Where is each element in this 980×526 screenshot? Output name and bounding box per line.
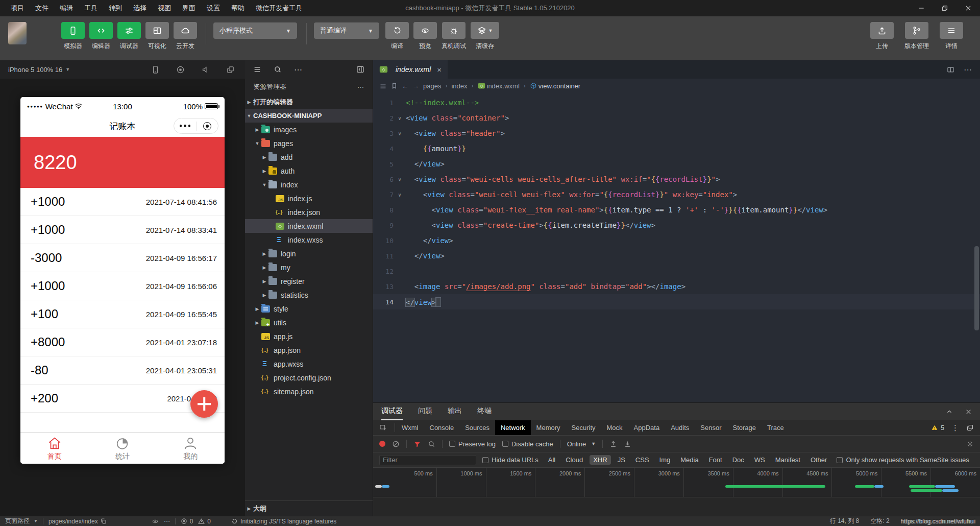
tree-item-add[interactable]: ▶add (245, 150, 373, 164)
type-filter-JS[interactable]: JS (614, 455, 629, 465)
record-icon[interactable] (176, 65, 185, 74)
panel-tab-问题[interactable]: 问题 (418, 403, 432, 420)
record-row[interactable]: -802021-04-01 23:05:31 (20, 356, 225, 385)
type-filter-Manifest[interactable]: Manifest (772, 455, 804, 465)
type-filter-XHR[interactable]: XHR (590, 455, 610, 465)
close-icon[interactable] (957, 0, 980, 16)
page-path-selector[interactable]: 页面路径 ▼ (5, 517, 38, 525)
request-waterfall-bar[interactable] (942, 489, 959, 492)
menu-item[interactable]: 选择 (128, 0, 152, 16)
errors-counter[interactable]: 0 (181, 518, 193, 525)
record-row[interactable]: +10002021-07-14 08:41:56 (20, 188, 225, 216)
menu-item[interactable]: 项目 (5, 0, 30, 16)
tree-item-project.config.json[interactable]: project.config.json (245, 371, 373, 385)
request-waterfall-bar[interactable] (911, 489, 942, 492)
scrollbar-thumb[interactable] (974, 246, 979, 330)
hide-data-urls-checkbox[interactable]: Hide data URLs (482, 456, 538, 464)
record-row[interactable]: +1002021-04-09 16:55:45 (20, 300, 225, 328)
tree-item-images[interactable]: ▶images (245, 123, 373, 136)
tree-item-app.wxss[interactable]: app.wxss (245, 357, 373, 371)
phone-icon[interactable] (61, 22, 85, 39)
preview-eye-icon[interactable] (152, 518, 159, 524)
type-filter-Other[interactable]: Other (807, 455, 831, 465)
outline-section[interactable]: ▶ 大纲 (245, 500, 373, 516)
code-editor[interactable]: 1<!--index.wxml-->2∨<view class="contain… (373, 93, 980, 402)
tree-item-app.json[interactable]: app.json (245, 343, 373, 357)
code-line[interactable]: 11 </view> (373, 248, 980, 264)
tree-item-utils[interactable]: ▶utils (245, 316, 373, 329)
import-har-icon[interactable] (609, 440, 617, 448)
minimize-icon[interactable] (910, 0, 933, 16)
cloud-icon[interactable] (174, 22, 197, 39)
menu-item[interactable]: 文件 (30, 0, 54, 16)
record-row[interactable]: +80002021-04-01 23:07:18 (20, 328, 225, 356)
file-list-icon[interactable] (253, 65, 261, 74)
close-tab-icon[interactable]: × (437, 65, 442, 74)
type-filter-Img[interactable]: Img (656, 455, 674, 465)
tab-index-wxml[interactable]: index.wxml × (373, 60, 448, 79)
dock-side-icon[interactable] (966, 424, 974, 432)
code-line[interactable]: 2∨<view class="container"> (373, 110, 980, 126)
code-line[interactable]: 1<!--index.wxml--> (373, 95, 980, 110)
preserve-log-checkbox[interactable]: Preserve log (449, 440, 496, 448)
devtools-tab-AppData[interactable]: AppData (628, 420, 666, 435)
tree-item-statistics[interactable]: ▶statistics (245, 288, 373, 302)
record-row[interactable]: +10002021-04-09 16:56:06 (20, 272, 225, 300)
samesite-checkbox[interactable]: Only show requests with SameSite issues (837, 456, 969, 464)
warnings-counter[interactable]: 0 (198, 518, 211, 525)
code-line[interactable]: 12 (373, 264, 980, 279)
bug-icon[interactable] (442, 22, 465, 39)
panel-tab-输出[interactable]: 输出 (448, 403, 462, 420)
tree-item-register[interactable]: ▶register (245, 274, 373, 288)
type-filter-CSS[interactable]: CSS (632, 455, 653, 465)
upload-icon[interactable] (870, 22, 894, 39)
compile-mode-dropdown[interactable]: 普通编译 ▼ (314, 22, 379, 39)
filter-input[interactable]: Filter (379, 455, 476, 465)
devtools-tab-Console[interactable]: Console (424, 420, 460, 435)
type-filter-WS[interactable]: WS (751, 455, 769, 465)
mode-dropdown[interactable]: 小程序模式 ▼ (213, 22, 297, 39)
export-har-icon[interactable] (624, 440, 631, 448)
layers-icon[interactable]: ▼ (471, 22, 499, 39)
record-row[interactable]: +10002021-07-14 08:33:41 (20, 216, 225, 244)
code-line[interactable]: 8 <view class="weui-flex__item real-name… (373, 202, 980, 218)
type-filter-All[interactable]: All (545, 455, 559, 465)
menu-item[interactable]: 界面 (177, 0, 201, 16)
record-network-icon[interactable] (379, 441, 385, 447)
more-icon[interactable]: ⋯ (964, 65, 972, 75)
devtools-tab-Security[interactable]: Security (566, 420, 601, 435)
more-icon[interactable]: ⋯ (164, 518, 170, 525)
request-waterfall-bar[interactable] (855, 485, 874, 488)
refresh-icon[interactable] (385, 22, 409, 39)
type-filter-Media[interactable]: Media (677, 455, 702, 465)
menu-item[interactable]: 视图 (152, 0, 177, 16)
split-editor-icon[interactable] (947, 66, 954, 74)
grid-icon[interactable] (145, 22, 169, 39)
devtools-tab-Trace[interactable]: Trace (762, 420, 790, 435)
collapse-panel-icon[interactable] (946, 408, 953, 415)
request-waterfall-bar[interactable] (382, 485, 389, 488)
tree-item-my[interactable]: ▶my (245, 260, 373, 274)
inspect-element-icon[interactable] (373, 420, 394, 435)
warnings-badge[interactable]: 5 (931, 424, 944, 432)
request-waterfall-bar[interactable] (935, 485, 955, 488)
panel-tab-终端[interactable]: 终端 (477, 403, 492, 420)
code-line[interactable]: 10 </view> (373, 233, 980, 248)
search-icon[interactable] (428, 440, 435, 448)
device-frame-icon[interactable] (151, 65, 160, 74)
type-filter-Cloud[interactable]: Cloud (562, 455, 586, 465)
code-line[interactable]: 6∨ <view class="weui-cells weui-cells_af… (373, 172, 980, 187)
more-menu-icon[interactable] (174, 125, 196, 127)
code-icon[interactable] (89, 22, 113, 39)
code-line[interactable]: 14</view> (373, 294, 980, 309)
devtools-tab-Storage[interactable]: Storage (727, 420, 762, 435)
devtools-tab-Sources[interactable]: Sources (459, 420, 495, 435)
menu-item[interactable]: 工具 (79, 0, 103, 16)
copy-icon[interactable] (101, 518, 107, 524)
code-line[interactable]: 3∨ <view class="header"> (373, 126, 980, 141)
code-line[interactable]: 4 {{amount}} (373, 141, 980, 156)
devtools-tab-Sensor[interactable]: Sensor (695, 420, 727, 435)
tree-item-index.js[interactable]: index.js (245, 192, 373, 205)
avatar[interactable] (8, 22, 27, 44)
tree-item-sitemap.json[interactable]: sitemap.json (245, 385, 373, 398)
